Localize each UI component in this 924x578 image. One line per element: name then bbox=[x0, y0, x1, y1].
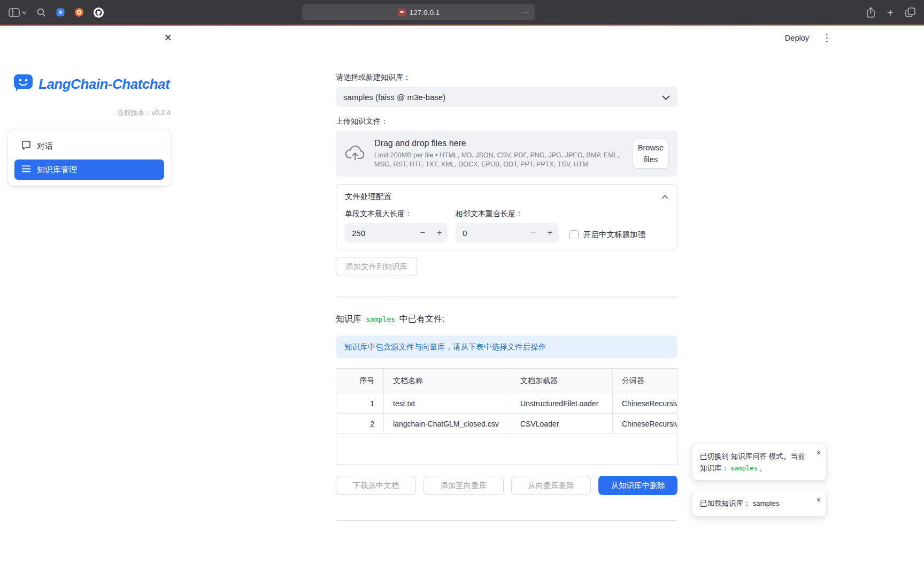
main-content: 请选择或新建知识库： samples (faiss @ m3e-base) 上传… bbox=[336, 26, 677, 521]
table-header-loader[interactable]: 文档加载器 bbox=[511, 369, 612, 393]
streamlit-header: Deploy ⋮ bbox=[785, 33, 832, 43]
chunk-size-minus-button[interactable]: − bbox=[414, 223, 431, 242]
table-header-docname[interactable]: 文档名称 bbox=[383, 369, 511, 393]
chat-bubble-icon bbox=[21, 141, 31, 151]
table-row[interactable]: 2 langchain-ChatGLM_closed.csv CSVLoader… bbox=[336, 413, 677, 434]
cell-docname: langchain-ChatGLM_closed.csv bbox=[383, 414, 511, 434]
chunk-size-label: 单段文本最大长度： bbox=[345, 209, 448, 219]
expander-body: 单段文本最大长度： 250 − + 相邻文本重合长度： 0 − bbox=[336, 208, 677, 249]
file-dropzone[interactable]: Drag and drop files here Limit 200MB per… bbox=[336, 131, 677, 177]
upload-label: 上传知识文件： bbox=[336, 117, 677, 126]
info-text: 知识库中包含源文件与向量库，请从下表中选择文件后操作 bbox=[344, 342, 546, 352]
table-empty-area bbox=[336, 434, 677, 464]
chevron-down-icon bbox=[662, 93, 670, 102]
sidebar-item-knowledge-base[interactable]: 知识库管理 bbox=[14, 159, 164, 180]
table-header-row: 序号 文档名称 文档加载器 分词器 bbox=[336, 369, 677, 393]
logo-chat-icon bbox=[13, 74, 33, 94]
chunk-size-value[interactable]: 250 bbox=[345, 229, 414, 238]
main-menu-kebab-icon[interactable]: ⋮ bbox=[822, 33, 832, 43]
uploader-limit-text: Limit 200MB per file • HTML, MD, JSON, C… bbox=[374, 151, 624, 169]
toast-kb-code: samples bbox=[730, 465, 758, 472]
file-config-expander: 文件处理配置 单段文本最大长度： 250 − + bbox=[336, 184, 677, 249]
chunk-size-plus-button[interactable]: + bbox=[431, 223, 448, 242]
pinned-tab-orange-icon[interactable] bbox=[75, 8, 83, 17]
sidebar-close-icon[interactable]: × bbox=[165, 32, 172, 44]
overlap-value[interactable]: 0 bbox=[456, 229, 525, 238]
site-favicon bbox=[398, 9, 406, 17]
browse-files-button[interactable]: Browse files bbox=[633, 139, 669, 169]
toast-text: 已加载知识库： samples bbox=[700, 499, 780, 507]
cell-splitter: ChineseRecursiveT bbox=[612, 393, 677, 413]
share-icon[interactable] bbox=[866, 7, 875, 18]
cell-loader: CSVLoader bbox=[511, 414, 612, 434]
sidebar-menu: 对话 知识库管理 bbox=[8, 130, 171, 186]
streamlit-accent-line bbox=[0, 25, 924, 26]
github-icon[interactable] bbox=[94, 7, 104, 18]
knowledge-base-icon bbox=[21, 165, 31, 174]
divider bbox=[336, 520, 677, 521]
table-header-index[interactable]: 序号 bbox=[336, 369, 383, 393]
sidebar-item-label: 知识库管理 bbox=[37, 165, 77, 175]
info-banner: 知识库中包含源文件与向量库，请从下表中选择文件后操作 bbox=[336, 336, 677, 359]
kb-selected-value: samples (faiss @ m3e-base) bbox=[343, 93, 445, 102]
cloud-upload-icon bbox=[344, 144, 366, 163]
cell-loader: UnstructuredFileLoader bbox=[511, 393, 612, 413]
expander-header[interactable]: 文件处理配置 bbox=[336, 185, 677, 208]
toast-suffix: 。 bbox=[759, 464, 767, 472]
sidebar-item-label: 对话 bbox=[37, 141, 53, 151]
search-icon[interactable] bbox=[37, 8, 46, 17]
kb-name-code: samples bbox=[366, 315, 395, 323]
toast-stack: 已切换到 知识库问答 模式。当前知识库：samples。 × 已加载知识库： s… bbox=[692, 444, 827, 516]
table-header-splitter[interactable]: 分词器 bbox=[612, 369, 677, 393]
uploader-text: Drag and drop files here Limit 200MB per… bbox=[374, 139, 624, 169]
download-selected-button[interactable]: 下载选中文档 bbox=[336, 476, 416, 495]
overlap-plus-button[interactable]: + bbox=[542, 223, 558, 242]
toast-close-icon[interactable]: × bbox=[817, 449, 821, 457]
delete-from-vectorstore-button[interactable]: 从向量库删除 bbox=[511, 476, 591, 495]
deploy-button[interactable]: Deploy bbox=[785, 34, 809, 42]
uploader-title: Drag and drop files here bbox=[374, 139, 624, 148]
zh-title-enhance-label[interactable]: 开启中文标题加强 bbox=[583, 230, 645, 240]
cell-index: 2 bbox=[336, 414, 383, 434]
cell-splitter: ChineseRecursiveT bbox=[612, 414, 677, 434]
chunk-size-field: 单段文本最大长度： 250 − + bbox=[345, 208, 448, 242]
add-to-vectorstore-button[interactable]: 添加至向量库 bbox=[424, 476, 504, 495]
cell-index: 1 bbox=[336, 393, 383, 413]
overlap-input: 0 − + bbox=[456, 223, 558, 242]
zh-title-enhance-field: 开启中文标题加强 bbox=[569, 226, 645, 242]
chunk-size-input: 250 − + bbox=[345, 223, 448, 242]
toast-mode-switched: 已切换到 知识库问答 模式。当前知识库：samples。 × bbox=[692, 444, 827, 481]
address-bar[interactable]: 127.0.0.1 ⋯ bbox=[302, 4, 535, 20]
overlap-minus-button[interactable]: − bbox=[525, 223, 542, 242]
heading-prefix: 知识库 bbox=[336, 314, 361, 325]
app-logo: LangChain-Chatchat bbox=[13, 74, 178, 94]
expander-title: 文件处理配置 bbox=[345, 192, 391, 202]
toast-close-icon[interactable]: × bbox=[817, 496, 821, 504]
kb-files-heading: 知识库 samples 中已有文件: bbox=[336, 314, 677, 325]
overlap-field: 相邻文本重合长度： 0 − + bbox=[456, 208, 558, 242]
zh-title-enhance-checkbox[interactable] bbox=[569, 230, 579, 239]
pinned-tab-blue-icon[interactable] bbox=[56, 8, 65, 17]
kb-selectbox[interactable]: samples (faiss @ m3e-base) bbox=[336, 87, 677, 107]
url-text: 127.0.0.1 bbox=[410, 9, 440, 17]
delete-from-kb-button[interactable]: 从知识库中删除 bbox=[598, 476, 677, 495]
tab-overview-icon[interactable] bbox=[905, 7, 915, 17]
kb-select-label: 请选择或新建知识库： bbox=[336, 73, 677, 82]
heading-suffix: 中已有文件: bbox=[399, 314, 444, 325]
add-files-button[interactable]: 添加文件到知识库 bbox=[336, 257, 417, 276]
table-row[interactable]: 1 test.txt UnstructuredFileLoader Chines… bbox=[336, 393, 677, 413]
overlap-label: 相邻文本重合长度： bbox=[456, 209, 558, 219]
files-table: 序号 文档名称 文档加载器 分词器 1 test.txt Unstructure… bbox=[336, 368, 677, 465]
logo-text: LangChain-Chatchat bbox=[38, 76, 170, 93]
toast-kb-loaded: 已加载知识库： samples × bbox=[692, 491, 827, 516]
sidebar: × LangChain-Chatchat 当前版本：v0.2.4 对话 知识库管… bbox=[0, 26, 178, 578]
new-tab-icon[interactable]: + bbox=[887, 7, 894, 18]
cell-docname: test.txt bbox=[383, 393, 511, 413]
address-more-icon[interactable]: ⋯ bbox=[522, 7, 530, 16]
browser-toolbar: 127.0.0.1 ⋯ + bbox=[0, 0, 924, 25]
divider bbox=[336, 296, 677, 296]
sidebar-item-dialogue[interactable]: 对话 bbox=[14, 136, 164, 156]
table-actions: 下载选中文档 添加至向量库 从向量库删除 从知识库中删除 bbox=[336, 476, 677, 495]
chevron-up-icon bbox=[661, 192, 668, 201]
sidebar-toggle-icon[interactable] bbox=[9, 8, 27, 17]
